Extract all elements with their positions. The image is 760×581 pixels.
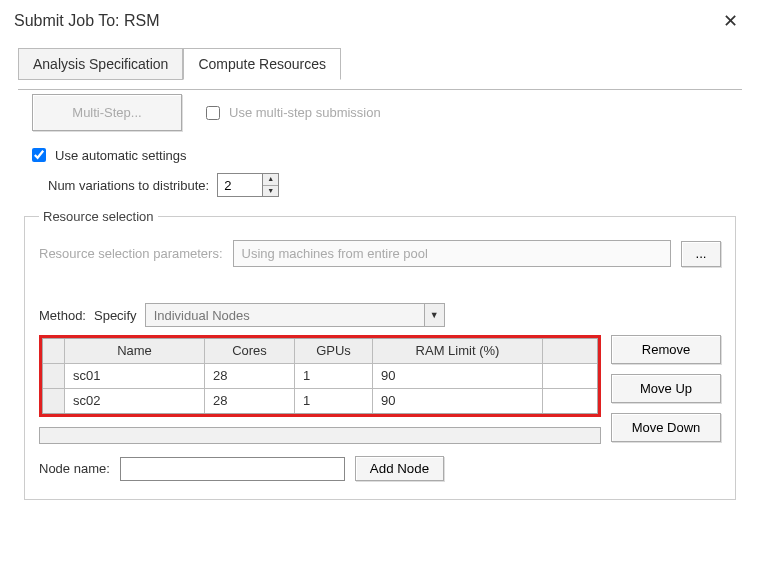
tab-compute-resources[interactable]: Compute Resources — [183, 48, 341, 80]
table-header-row: Name Cores GPUs RAM Limit (%) — [43, 339, 597, 364]
cell-name[interactable]: sc01 — [65, 364, 205, 388]
spinner-down-icon[interactable]: ▼ — [263, 186, 278, 197]
node-name-label: Node name: — [39, 461, 110, 476]
close-icon[interactable]: ✕ — [715, 8, 746, 34]
cell-ram[interactable]: 90 — [373, 364, 543, 388]
node-name-input[interactable] — [120, 457, 345, 481]
cell-gpus[interactable]: 1 — [295, 364, 373, 388]
resource-params-more-button[interactable]: ... — [681, 241, 721, 267]
horizontal-scrollbar[interactable] — [39, 427, 601, 444]
table-header-gpus: GPUs — [295, 339, 373, 363]
row-selector[interactable] — [43, 389, 65, 413]
cell-name[interactable]: sc02 — [65, 389, 205, 413]
nodes-table[interactable]: Name Cores GPUs RAM Limit (%) sc01 28 1 … — [42, 338, 598, 414]
cell-gpus[interactable]: 1 — [295, 389, 373, 413]
multi-step-button[interactable]: Multi-Step... — [32, 94, 182, 131]
window-title: Submit Job To: RSM — [14, 12, 160, 30]
cell-cores[interactable]: 28 — [205, 364, 295, 388]
use-multi-step-checkbox[interactable] — [206, 106, 220, 120]
table-row[interactable]: sc02 28 1 90 — [43, 389, 597, 413]
table-header-name: Name — [65, 339, 205, 363]
resource-params-label: Resource selection parameters: — [39, 246, 223, 261]
nodes-table-highlight: Name Cores GPUs RAM Limit (%) sc01 28 1 … — [39, 335, 601, 417]
chevron-down-icon[interactable]: ▼ — [424, 304, 444, 326]
table-header-ram: RAM Limit (%) — [373, 339, 543, 363]
num-variations-label: Num variations to distribute: — [48, 178, 209, 193]
cell-cores[interactable]: 28 — [205, 389, 295, 413]
use-automatic-settings-checkbox[interactable] — [32, 148, 46, 162]
table-header-cores: Cores — [205, 339, 295, 363]
use-multi-step-label: Use multi-step submission — [229, 105, 381, 120]
resource-params-input — [233, 240, 671, 267]
add-node-button[interactable]: Add Node — [355, 456, 444, 481]
move-down-button[interactable]: Move Down — [611, 413, 721, 442]
method-label: Method: — [39, 308, 86, 323]
remove-button[interactable]: Remove — [611, 335, 721, 364]
row-selector[interactable] — [43, 364, 65, 388]
method-select-value: Individual Nodes — [146, 306, 424, 325]
num-variations-input[interactable] — [218, 174, 262, 196]
tab-analysis-specification[interactable]: Analysis Specification — [18, 48, 183, 80]
spinner-up-icon[interactable]: ▲ — [263, 174, 278, 186]
num-variations-spinner[interactable]: ▲ ▼ — [217, 173, 279, 197]
cell-ram[interactable]: 90 — [373, 389, 543, 413]
table-header-select — [43, 339, 65, 363]
table-row[interactable]: sc01 28 1 90 — [43, 364, 597, 389]
resource-selection-legend: Resource selection — [39, 209, 158, 224]
specify-label: Specify — [94, 308, 137, 323]
use-automatic-settings-label: Use automatic settings — [55, 148, 187, 163]
move-up-button[interactable]: Move Up — [611, 374, 721, 403]
method-select[interactable]: Individual Nodes ▼ — [145, 303, 445, 327]
